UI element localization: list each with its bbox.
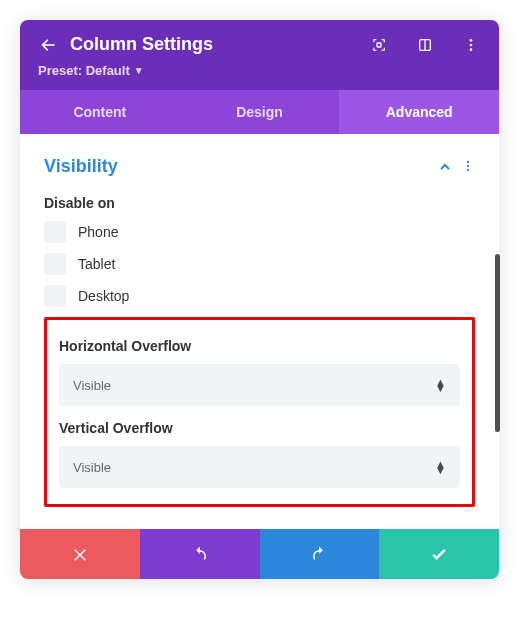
option-desktop-label: Desktop bbox=[78, 288, 129, 304]
redo-button[interactable] bbox=[260, 529, 380, 579]
svg-point-3 bbox=[470, 39, 473, 42]
svg-point-5 bbox=[470, 48, 473, 51]
layout-icon[interactable] bbox=[415, 35, 435, 55]
checkbox-tablet[interactable] bbox=[44, 253, 66, 275]
sort-icon: ▲▼ bbox=[435, 379, 446, 391]
kebab-icon[interactable] bbox=[461, 35, 481, 55]
section-title[interactable]: Visibility bbox=[44, 156, 429, 177]
svg-point-7 bbox=[467, 164, 469, 166]
option-desktop[interactable]: Desktop bbox=[44, 285, 475, 307]
tab-design[interactable]: Design bbox=[180, 90, 340, 134]
cancel-button[interactable] bbox=[20, 529, 140, 579]
option-phone-label: Phone bbox=[78, 224, 118, 240]
tab-advanced[interactable]: Advanced bbox=[339, 90, 499, 134]
h-overflow-label: Horizontal Overflow bbox=[59, 338, 460, 354]
v-overflow-value: Visible bbox=[73, 460, 111, 475]
caret-down-icon: ▼ bbox=[134, 65, 144, 76]
h-overflow-select[interactable]: Visible ▲▼ bbox=[59, 364, 460, 406]
v-overflow-select[interactable]: Visible ▲▼ bbox=[59, 446, 460, 488]
chevron-up-icon[interactable] bbox=[437, 159, 453, 175]
option-tablet[interactable]: Tablet bbox=[44, 253, 475, 275]
v-overflow-label: Vertical Overflow bbox=[59, 420, 460, 436]
expand-icon[interactable] bbox=[369, 35, 389, 55]
option-phone[interactable]: Phone bbox=[44, 221, 475, 243]
checkbox-desktop[interactable] bbox=[44, 285, 66, 307]
svg-rect-0 bbox=[377, 43, 381, 47]
option-tablet-label: Tablet bbox=[78, 256, 115, 272]
preset-selector[interactable]: Preset: Default ▼ bbox=[38, 63, 481, 78]
back-icon[interactable] bbox=[38, 35, 58, 55]
h-overflow-value: Visible bbox=[73, 378, 111, 393]
section-kebab-icon[interactable] bbox=[461, 158, 475, 176]
preset-label: Preset: Default bbox=[38, 63, 130, 78]
tab-content[interactable]: Content bbox=[20, 90, 180, 134]
svg-point-6 bbox=[467, 160, 469, 162]
undo-button[interactable] bbox=[140, 529, 260, 579]
panel-title: Column Settings bbox=[70, 34, 357, 55]
svg-point-4 bbox=[470, 43, 473, 46]
checkbox-phone[interactable] bbox=[44, 221, 66, 243]
svg-point-8 bbox=[467, 168, 469, 170]
sort-icon: ▲▼ bbox=[435, 461, 446, 473]
scrollbar[interactable] bbox=[495, 254, 500, 432]
disable-on-label: Disable on bbox=[44, 195, 475, 211]
highlight-box: Horizontal Overflow Visible ▲▼ Vertical … bbox=[44, 317, 475, 507]
confirm-button[interactable] bbox=[379, 529, 499, 579]
